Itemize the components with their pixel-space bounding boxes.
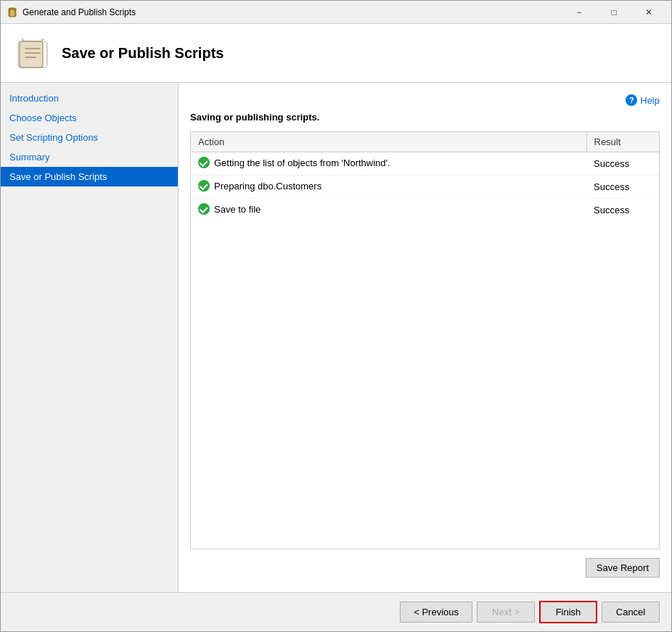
table-header-row: Action Result [191,132,659,152]
table-row: Save to fileSuccess [191,199,659,222]
action-text: Preparing dbo.Customers [214,181,321,192]
finish-button[interactable]: Finish [539,601,597,623]
svg-rect-1 [20,41,43,67]
cell-action: Save to file [191,199,586,222]
col-header-action: Action [191,132,586,152]
help-icon: ? [626,94,637,106]
table-row: Getting the list of objects from 'Northw… [191,152,659,176]
wizard-content: Introduction Choose Objects Set Scriptin… [1,83,671,592]
cell-result: Success [586,152,659,176]
wizard-footer: < Previous Next > Finish Cancel [1,592,671,631]
help-link[interactable]: ? Help [190,94,660,106]
save-report-button[interactable]: Save Report [586,558,660,578]
cell-action: Preparing dbo.Customers [191,176,586,199]
maximize-button[interactable]: □ [597,1,631,23]
previous-button[interactable]: < Previous [400,602,472,623]
main-content: ? Help Saving or publishing scripts. Act… [179,83,671,592]
window-title: Generate and Publish Scripts [22,7,562,17]
success-icon [198,157,210,168]
sidebar-item-save-or-publish[interactable]: Save or Publish Scripts [1,167,178,186]
sidebar-item-introduction[interactable]: Introduction [1,89,178,108]
wizard-icon [15,36,50,70]
col-header-result: Result [586,132,659,152]
action-text: Save to file [214,204,261,215]
app-icon [7,7,18,18]
sidebar: Introduction Choose Objects Set Scriptin… [1,83,179,592]
title-bar: Generate and Publish Scripts − □ ✕ [1,1,671,24]
main-window: Generate and Publish Scripts − □ ✕ Save … [0,0,672,632]
wizard-header: Save or Publish Scripts [1,24,671,83]
cancel-button[interactable]: Cancel [602,602,660,623]
success-icon [198,203,210,215]
cell-result: Success [586,176,659,199]
results-table-container: Action Result Getting the list of object… [190,131,660,549]
close-button[interactable]: ✕ [632,1,665,23]
save-report-area: Save Report [190,558,660,578]
action-text: Getting the list of objects from 'Northw… [214,157,390,168]
cell-result: Success [586,199,659,222]
page-subtitle: Saving or publishing scripts. [190,112,660,123]
sidebar-item-set-scripting-options[interactable]: Set Scripting Options [1,128,178,147]
minimize-button[interactable]: − [562,1,596,23]
results-table: Action Result Getting the list of object… [191,132,659,221]
next-button: Next > [477,602,535,623]
sidebar-item-choose-objects[interactable]: Choose Objects [1,108,178,128]
wizard-title: Save or Publish Scripts [62,45,224,62]
success-icon [198,180,210,192]
sidebar-item-summary[interactable]: Summary [1,147,178,167]
window-controls: − □ ✕ [562,1,665,23]
cell-action: Getting the list of objects from 'Northw… [191,152,586,176]
table-row: Preparing dbo.CustomersSuccess [191,176,659,199]
